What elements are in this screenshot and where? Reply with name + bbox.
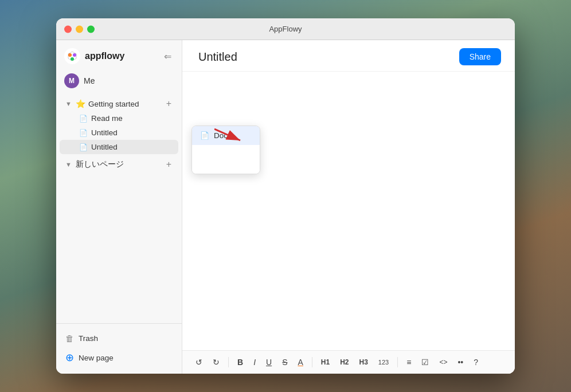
user-name: Me	[84, 76, 95, 85]
app-body: appflowy ⇐ M Me ▼ ⭐ Getting started +	[56, 40, 515, 374]
untitled-1-label: Untitled	[91, 128, 118, 137]
user-row[interactable]: M Me	[56, 70, 182, 94]
share-button[interactable]: Share	[459, 48, 501, 65]
traffic-lights	[64, 25, 95, 33]
help-button[interactable]: ?	[470, 355, 482, 369]
trash-label: Trash	[79, 334, 98, 343]
nav-section-getting-started: ▼ ⭐ Getting started + 📄 Read me 📄 Untitl…	[56, 96, 182, 154]
read-me-label: Read me	[91, 114, 123, 123]
nav-section-header-getting-started[interactable]: ▼ ⭐ Getting started +	[60, 96, 178, 111]
doc-icon-read-me: 📄	[79, 115, 88, 123]
doc-body[interactable]: 📄 Doc	[182, 72, 515, 350]
dropdown-empty-area	[192, 145, 260, 174]
close-button[interactable]	[64, 25, 72, 33]
appflowy-logo-icon	[64, 48, 80, 64]
doc-icon-untitled-1: 📄	[79, 129, 88, 137]
h1-button[interactable]: H1	[317, 356, 334, 369]
minimize-button[interactable]	[76, 25, 83, 33]
checkbox-button[interactable]: ☑	[417, 355, 433, 369]
strikethrough-button[interactable]: S	[278, 355, 291, 369]
dropdown-doc-icon: 📄	[200, 131, 209, 140]
window-title: AppFlowy	[269, 25, 302, 33]
getting-started-label: Getting started	[88, 100, 165, 108]
italic-button[interactable]: I	[249, 355, 260, 369]
sidebar-item-read-me[interactable]: 📄 Read me	[60, 111, 178, 126]
toggle-icon-new-page: ▼	[65, 161, 73, 168]
getting-started-icon: ⭐	[76, 99, 85, 108]
nav-section-header-new-page[interactable]: ▼ 新しいページ +	[60, 156, 178, 173]
trash-row[interactable]: 🗑 Trash	[60, 330, 178, 347]
doc-toolbar: ↺ ↻ B I U S A H1 H2 H3 123 ≡ ☑ <> ••	[182, 350, 515, 374]
code-inline-button[interactable]: <>	[435, 356, 451, 369]
new-page-row[interactable]: ⊕ New page	[60, 347, 178, 368]
svg-point-4	[69, 54, 71, 56]
doc-header: Untitled Share	[182, 40, 515, 72]
sidebar-header: appflowy ⇐	[56, 40, 182, 70]
logo-text: appflowy	[85, 51, 124, 61]
doc-icon-untitled-2: 📄	[79, 143, 88, 151]
h2-button[interactable]: H2	[336, 356, 353, 369]
list-button[interactable]: ≡	[402, 355, 415, 369]
app-window: AppFlowy appflowy	[56, 18, 515, 374]
collapse-sidebar-button[interactable]: ⇐	[161, 50, 175, 63]
nav-section-new-page: ▼ 新しいページ +	[56, 156, 182, 173]
doc-title: Untitled	[198, 50, 237, 64]
new-page-section-label: 新しいページ	[76, 159, 165, 170]
toolbar-divider-2	[312, 357, 312, 367]
h3-button[interactable]: H3	[355, 356, 372, 369]
number-button[interactable]: 123	[374, 356, 393, 368]
highlight-icon: A	[298, 358, 303, 367]
highlight-button[interactable]: A	[294, 355, 307, 369]
bold-button[interactable]: B	[233, 355, 247, 369]
new-page-icon: ⊕	[65, 351, 74, 364]
new-page-label: New page	[79, 354, 114, 362]
maximize-button[interactable]	[87, 25, 95, 33]
sidebar-nav: ▼ ⭐ Getting started + 📄 Read me 📄 Untitl…	[56, 94, 182, 323]
red-arrow-indicator	[214, 123, 249, 148]
titlebar: AppFlowy	[56, 18, 515, 40]
redo-button[interactable]: ↻	[209, 355, 224, 369]
avatar: M	[64, 73, 79, 88]
underline-button[interactable]: U	[262, 355, 276, 369]
untitled-2-label: Untitled	[91, 143, 118, 151]
add-to-new-page-button[interactable]: +	[165, 160, 173, 169]
trash-icon: 🗑	[65, 334, 74, 343]
sidebar: appflowy ⇐ M Me ▼ ⭐ Getting started +	[56, 40, 182, 374]
svg-point-0	[64, 48, 80, 64]
toolbar-divider-1	[228, 357, 229, 367]
add-to-getting-started-button[interactable]: +	[165, 99, 173, 108]
svg-point-2	[73, 53, 76, 57]
toolbar-divider-3	[397, 357, 398, 367]
sidebar-item-untitled-1[interactable]: 📄 Untitled	[60, 126, 178, 140]
svg-line-6	[214, 129, 240, 140]
main-content: Untitled Share	[182, 40, 515, 374]
logo-area: appflowy	[64, 48, 124, 64]
svg-point-3	[71, 57, 74, 61]
sidebar-item-untitled-2[interactable]: 📄 Untitled	[60, 140, 178, 154]
more-button[interactable]: ••	[453, 355, 467, 369]
sidebar-bottom: 🗑 Trash ⊕ New page	[56, 323, 182, 374]
toggle-icon-getting-started: ▼	[65, 100, 73, 107]
undo-button[interactable]: ↺	[191, 355, 206, 369]
